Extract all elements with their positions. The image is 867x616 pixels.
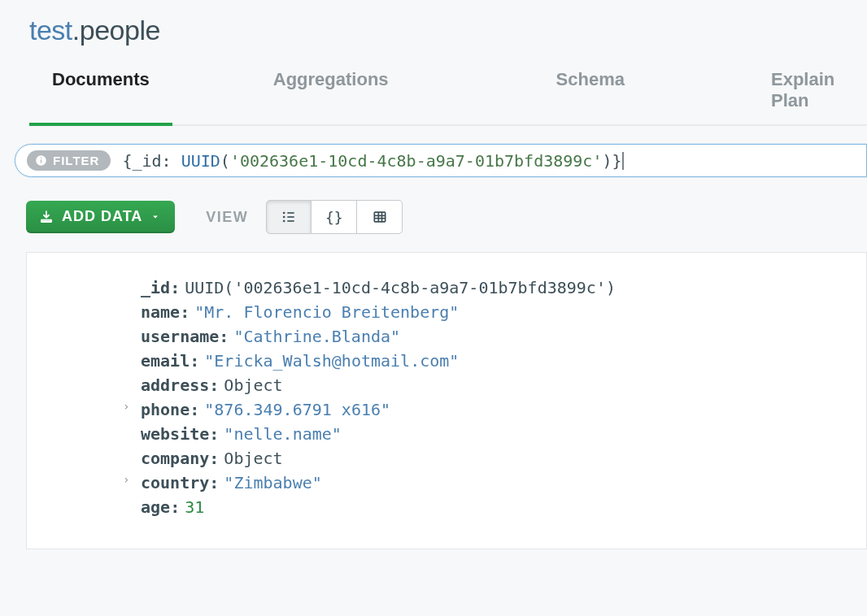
tab-documents[interactable]: Documents xyxy=(29,58,172,124)
view-table-button[interactable] xyxy=(357,200,403,234)
table-icon xyxy=(372,209,388,225)
doc-field-key: age xyxy=(141,495,170,519)
add-data-label: ADD DATA xyxy=(62,208,142,225)
doc-field-key: email xyxy=(141,349,190,373)
toolbar: ADD DATA VIEW {} xyxy=(15,200,867,234)
namespace-title: test.people xyxy=(29,15,867,58)
filter-bar[interactable]: FILTER {_id: UUID('002636e1-10cd-4c8b-a9… xyxy=(15,144,867,177)
doc-field-row: username:"Cathrine.Blanda" xyxy=(51,324,842,349)
doc-field-key: _id xyxy=(141,275,170,300)
doc-field-row: _id:UUID('002636e1-10cd-4c8b-a9a7-01b7bf… xyxy=(51,275,842,300)
doc-field-row: email:"Ericka_Walsh@hotmail.com" xyxy=(51,349,842,373)
doc-field-key: phone xyxy=(141,397,190,422)
doc-field-row: ›company:Object xyxy=(51,446,842,471)
doc-field-key: username xyxy=(141,324,219,349)
namespace-db: test xyxy=(29,15,72,46)
namespace-coll: .people xyxy=(72,15,160,46)
doc-field-value[interactable]: "Mr. Florencio Breitenberg" xyxy=(194,300,459,324)
svg-rect-1 xyxy=(41,159,41,163)
expand-toggle[interactable]: › xyxy=(123,394,129,419)
doc-field-key: company xyxy=(141,446,209,471)
doc-field-row: country:"Zimbabwe" xyxy=(51,471,842,495)
view-mode-group: {} xyxy=(266,200,403,234)
view-label: VIEW xyxy=(206,209,248,226)
text-cursor xyxy=(622,152,624,170)
doc-field-key: address xyxy=(141,373,209,397)
view-list-button[interactable] xyxy=(266,200,312,234)
doc-field-value[interactable]: Object xyxy=(224,446,282,471)
view-json-button[interactable]: {} xyxy=(312,200,357,234)
doc-field-value[interactable]: "Zimbabwe" xyxy=(224,471,321,495)
doc-field-key: country xyxy=(141,471,209,495)
doc-field-value[interactable]: Object xyxy=(224,373,282,397)
filter-input[interactable]: {_id: UUID('002636e1-10cd-4c8b-a9a7-01b7… xyxy=(122,151,855,171)
filter-chip[interactable]: FILTER xyxy=(27,150,111,171)
svg-point-3 xyxy=(283,212,285,215)
doc-field-row: website:"nelle.name" xyxy=(51,422,842,446)
doc-field-row: phone:"876.349.6791 x616" xyxy=(51,397,842,422)
doc-field-key: website xyxy=(141,422,209,446)
document-card: _id:UUID('002636e1-10cd-4c8b-a9a7-01b7bf… xyxy=(26,252,867,549)
add-data-button[interactable]: ADD DATA xyxy=(26,201,175,233)
doc-field-value[interactable]: UUID('002636e1-10cd-4c8b-a9a7-01b7bfd389… xyxy=(185,275,616,300)
doc-field-value[interactable]: 31 xyxy=(185,495,204,519)
svg-point-5 xyxy=(283,220,285,223)
tab-schema[interactable]: Schema xyxy=(534,58,647,124)
download-icon xyxy=(39,210,54,224)
doc-field-value[interactable]: "876.349.6791 x616" xyxy=(204,397,390,422)
filter-chip-label: FILTER xyxy=(53,154,99,167)
caret-down-icon xyxy=(150,212,160,222)
tabs: Documents Aggregations Schema Explain Pl… xyxy=(29,58,867,126)
doc-field-row: name:"Mr. Florencio Breitenberg" xyxy=(51,300,842,324)
expand-toggle[interactable]: › xyxy=(123,467,129,492)
braces-icon: {} xyxy=(325,209,343,226)
doc-field-value[interactable]: "nelle.name" xyxy=(224,422,342,446)
document-body: _id:UUID('002636e1-10cd-4c8b-a9a7-01b7bf… xyxy=(51,275,842,519)
doc-field-value[interactable]: "Cathrine.Blanda" xyxy=(233,324,400,349)
info-icon xyxy=(35,154,47,167)
doc-field-row: ›address:Object xyxy=(51,373,842,397)
list-icon xyxy=(281,209,297,225)
tab-aggregations[interactable]: Aggregations xyxy=(251,58,412,124)
svg-rect-9 xyxy=(374,212,385,222)
tab-explain-plan[interactable]: Explain Plan xyxy=(748,58,867,124)
svg-point-4 xyxy=(283,216,285,219)
doc-field-value[interactable]: "Ericka_Walsh@hotmail.com" xyxy=(204,349,459,373)
doc-field-row: age:31 xyxy=(51,495,842,519)
svg-rect-2 xyxy=(41,158,41,158)
doc-field-key: name xyxy=(141,300,180,324)
